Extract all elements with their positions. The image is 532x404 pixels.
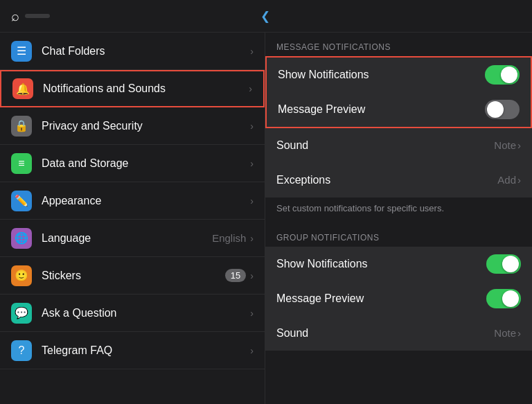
appearance-icon: ✏️	[11, 191, 32, 211]
setting-row-msg-message-preview[interactable]: Message Preview	[267, 92, 531, 127]
value-text-msg-exceptions: Add	[497, 174, 516, 186]
toggle-msg-message-preview[interactable]	[485, 100, 520, 119]
highlighted-message-rows: Show NotificationsMessage Preview	[265, 56, 532, 128]
back-button[interactable]: ❮	[260, 9, 272, 24]
setting-value-msg-exceptions: Add ›	[497, 174, 521, 186]
chevron-icon-ask-question: ›	[250, 308, 254, 319]
menu-item-label-telegram-faq: Telegram FAQ	[42, 344, 250, 357]
chat-folders-icon: ☰	[11, 41, 32, 62]
status-pill	[25, 14, 50, 18]
toggle-msg-show-notifications[interactable]	[485, 65, 520, 85]
setting-row-grp-sound[interactable]: SoundNote ›	[265, 316, 532, 351]
setting-row-grp-show-notifications[interactable]: Show Notifications	[265, 247, 532, 281]
header: ⌕ ❮	[0, 0, 532, 33]
menu-item-chat-folders[interactable]: ☰Chat Folders›	[0, 33, 265, 70]
menu-item-label-stickers: Stickers	[42, 270, 225, 282]
toggle-knob-grp-message-preview	[502, 290, 519, 307]
header-left: ⌕	[11, 8, 181, 24]
setting-label-grp-message-preview: Message Preview	[276, 292, 486, 305]
helper-text: Set custom notifications for specific us…	[265, 197, 532, 223]
chevron-icon-stickers: ›	[250, 270, 254, 281]
setting-label-msg-message-preview: Message Preview	[278, 103, 485, 116]
toggle-grp-message-preview[interactable]	[486, 289, 521, 308]
setting-value-msg-sound: Note ›	[494, 139, 521, 151]
telegram-faq-icon: ?	[11, 340, 32, 361]
menu-item-label-appearance: Appearance	[42, 195, 250, 207]
menu-item-badge-stickers: 15	[225, 269, 246, 282]
menu-item-telegram-faq[interactable]: ?Telegram FAQ›	[0, 332, 265, 369]
data-storage-icon: ≡	[11, 153, 32, 174]
setting-label-grp-show-notifications: Show Notifications	[276, 258, 486, 270]
back-chevron-icon: ❮	[260, 9, 270, 24]
menu-item-ask-question[interactable]: 💬Ask a Question›	[0, 295, 265, 332]
toggle-knob-msg-message-preview	[487, 101, 504, 118]
setting-row-grp-message-preview[interactable]: Message Preview	[265, 281, 532, 316]
ask-question-icon: 💬	[11, 303, 32, 324]
menu-item-language[interactable]: 🌐LanguageEnglish›	[0, 220, 265, 257]
setting-label-msg-show-notifications: Show Notifications	[278, 69, 485, 81]
menu-item-privacy-security[interactable]: 🔒Privacy and Security›	[0, 107, 265, 145]
search-icon[interactable]: ⌕	[11, 8, 19, 24]
menu-item-stickers[interactable]: 🙂Stickers15›	[0, 257, 265, 295]
setting-row-msg-sound[interactable]: SoundNote ›	[265, 128, 532, 163]
menu-item-value-language: English	[212, 232, 246, 244]
setting-value-grp-sound: Note ›	[494, 327, 521, 339]
language-icon: 🌐	[11, 228, 32, 249]
value-chevron-msg-exceptions: ›	[517, 174, 521, 186]
chevron-icon-telegram-faq: ›	[250, 345, 254, 356]
setting-row-msg-show-notifications[interactable]: Show Notifications	[267, 58, 531, 92]
toggle-knob-msg-show-notifications	[501, 67, 517, 83]
menu-item-label-language: Language	[42, 232, 212, 245]
menu-item-label-ask-question: Ask a Question	[42, 307, 250, 319]
menu-item-appearance[interactable]: ✏️Appearance›	[0, 182, 265, 220]
menu-item-label-notifications-sounds: Notifications and Sounds	[43, 82, 249, 95]
group-section-header: GROUP NOTIFICATIONS	[265, 223, 532, 247]
chevron-icon-privacy-security: ›	[250, 121, 254, 132]
toggle-knob-grp-show-notifications	[502, 256, 519, 272]
value-text-msg-sound: Note	[494, 139, 516, 151]
toggle-grp-show-notifications[interactable]	[486, 254, 521, 274]
menu-item-label-data-storage: Data and Storage	[42, 157, 250, 170]
setting-label-grp-sound: Sound	[276, 327, 494, 340]
menu-item-data-storage[interactable]: ≡Data and Storage›	[0, 145, 265, 182]
notifications-sounds-icon: 🔔	[12, 78, 33, 99]
menu-item-label-chat-folders: Chat Folders	[42, 45, 250, 58]
stickers-icon: 🙂	[11, 265, 32, 286]
menu-item-notifications-sounds[interactable]: 🔔Notifications and Sounds›	[0, 70, 265, 107]
header-center: ❮	[181, 9, 351, 24]
left-panel: ☰Chat Folders›🔔Notifications and Sounds›…	[0, 33, 265, 404]
chevron-icon-data-storage: ›	[250, 158, 254, 169]
value-text-grp-sound: Note	[494, 327, 516, 339]
menu-item-label-privacy-security: Privacy and Security	[42, 120, 250, 132]
privacy-security-icon: 🔒	[11, 116, 32, 137]
chevron-icon-language: ›	[250, 233, 254, 244]
value-chevron-msg-sound: ›	[517, 139, 521, 151]
setting-label-msg-exceptions: Exceptions	[276, 174, 497, 186]
chevron-icon-chat-folders: ›	[250, 46, 254, 57]
value-chevron-grp-sound: ›	[517, 327, 521, 339]
main-content: ☰Chat Folders›🔔Notifications and Sounds›…	[0, 33, 532, 404]
chevron-icon-notifications-sounds: ›	[249, 83, 252, 94]
chevron-icon-appearance: ›	[250, 195, 254, 207]
setting-row-msg-exceptions[interactable]: ExceptionsAdd ›	[265, 163, 532, 197]
right-panel: MESSAGE NOTIFICATIONSShow NotificationsM…	[265, 33, 532, 404]
setting-label-msg-sound: Sound	[276, 139, 494, 152]
message-section-header: MESSAGE NOTIFICATIONS	[265, 33, 532, 56]
